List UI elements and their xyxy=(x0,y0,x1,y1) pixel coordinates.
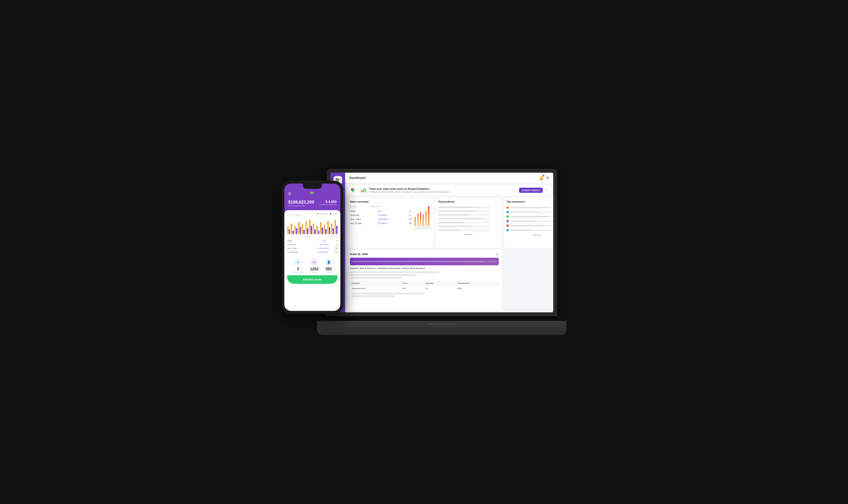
col-total: Total Amount xyxy=(455,281,499,286)
top-products-card: Top products — — — xyxy=(435,197,502,248)
sales-overview-card: Sales overview Amount Order count Today xyxy=(347,197,433,248)
bar-line-2 xyxy=(487,261,497,262)
chart-bars xyxy=(414,208,430,226)
sales-row-30days: Last 30 days $ 0,562.4 61 xyxy=(350,221,412,225)
customer-bar-fill xyxy=(511,211,539,213)
phone-notch xyxy=(303,184,322,189)
order-row-1: Household item 1 $32 24 $768 xyxy=(350,286,499,291)
customer-row: — xyxy=(506,205,553,210)
order-info: Customer: Mars & Venus LLC | Distributor… xyxy=(350,267,499,269)
products-see-more[interactable]: See more xyxy=(438,233,499,236)
phone-sales-30days: Last 30 days $ 60, 562.4 61 xyxy=(287,250,338,254)
order-card: Order ID: #208 🖨 Customer: Mars & Venus … xyxy=(347,250,502,310)
customer-bar xyxy=(511,211,553,213)
phone-bar-order xyxy=(300,227,301,234)
product-bar-bg xyxy=(438,214,490,216)
phone-bar-payment xyxy=(298,222,300,234)
product-row: — xyxy=(438,221,499,224)
phone-bar-payment xyxy=(287,227,289,234)
customer-bar-bg xyxy=(511,225,553,226)
phone-stat-pending: ↻ 3 Pending orders xyxy=(292,258,303,273)
phone-bar-order xyxy=(296,228,297,234)
product-name: Household item 1 xyxy=(350,286,401,291)
product-total: $768 xyxy=(455,286,499,291)
phone-bar-payment xyxy=(291,223,292,234)
sales-table: Amount Order count Today $ 0 0 xyxy=(350,205,412,229)
customer-row: — xyxy=(506,219,553,223)
hamburger-menu[interactable]: ☰ xyxy=(288,192,291,196)
laptop-base xyxy=(317,321,566,335)
phone-bar-payment xyxy=(294,226,296,234)
phone-chart-label: Last 7 days activity xyxy=(287,214,301,216)
svg-point-11 xyxy=(312,192,314,194)
banner-cta-button[interactable]: Araqich Analytics xyxy=(519,187,543,193)
customer-bar-bg xyxy=(511,216,553,217)
col-quantity: Quantity xyxy=(424,281,456,286)
add-new-order-button[interactable]: Add New Order xyxy=(287,275,338,284)
customer-avatar-dot xyxy=(506,224,509,227)
product-bar xyxy=(438,211,490,212)
banner-close-button[interactable]: ✕ xyxy=(546,188,548,192)
chart-bar-group xyxy=(422,215,424,226)
customers-see-more[interactable]: See more xyxy=(506,234,553,236)
phone-chart-bars xyxy=(287,218,338,234)
product-bar xyxy=(438,218,490,219)
banner-text: Track your sales team work on Araqich An… xyxy=(369,187,516,193)
customer-bar xyxy=(511,220,553,222)
product-bar xyxy=(438,206,490,208)
customer-row: — xyxy=(506,215,553,219)
phone-bar-order xyxy=(311,226,312,234)
phone-bar-payment xyxy=(309,220,310,234)
settings-icon[interactable]: ⚙ xyxy=(546,176,549,180)
banner-title: Track your sales team work on Araqich An… xyxy=(369,187,516,190)
sales-row-7days: Last 7 days $ 00,562.4 34 xyxy=(350,217,412,221)
promotion-banner: → Track your sales team work on Araqich … xyxy=(347,185,551,196)
phone-sales-7days: Last 7 days $ 100, 562.4 34 xyxy=(287,246,338,250)
pending-label: Pending orders xyxy=(292,271,303,273)
product-bar-bg xyxy=(438,218,490,219)
customer-bar-fill xyxy=(511,225,544,226)
phone-bar-order xyxy=(303,230,305,234)
header-icons: 🔔 ⚙ xyxy=(539,176,549,180)
phone-bar-group xyxy=(294,226,297,234)
phone-bar-group xyxy=(302,225,305,234)
product-row: — xyxy=(438,209,499,213)
customers-count: 393 xyxy=(325,267,332,271)
legend-orders: Orders xyxy=(330,213,338,215)
chart-bar-group xyxy=(428,206,429,226)
customer-bar xyxy=(511,207,553,208)
chart-bar xyxy=(426,211,427,226)
phone-bar-group xyxy=(331,223,334,234)
phone-stat-products: 🏷 1202 Products xyxy=(310,258,319,273)
phone-bar-payment xyxy=(302,225,303,234)
phone-sales-header: Amount Order count xyxy=(287,236,338,238)
product-row: — xyxy=(438,217,499,221)
customers-list: — — — — xyxy=(506,205,553,233)
phone-bar-payment xyxy=(305,221,307,234)
banner-subtitle: Professional and beautiful reports to an… xyxy=(369,191,516,193)
product-bar xyxy=(438,226,490,227)
phone-bar-order xyxy=(336,226,338,234)
product-row: — xyxy=(438,205,499,209)
phone-credit-stat: $ 4,000 Credits of customers xyxy=(319,200,337,207)
print-icon[interactable]: 🖨 xyxy=(496,252,499,256)
product-value: — xyxy=(492,226,499,227)
phone-app-logo xyxy=(308,191,315,196)
phone-bar-order xyxy=(314,230,316,234)
svg-rect-8 xyxy=(365,188,366,193)
chart-bar xyxy=(428,206,429,226)
notification-icon[interactable]: 🔔 xyxy=(539,176,543,180)
product-bar-fill xyxy=(438,214,469,216)
customer-bar-fill xyxy=(511,220,537,222)
phone-bar-order xyxy=(329,227,330,234)
phone-bar-payment xyxy=(331,223,332,234)
customer-bar-bg xyxy=(511,230,553,231)
product-value: — xyxy=(492,229,499,231)
customer-bar-bg xyxy=(511,220,553,222)
product-bar-fill xyxy=(438,222,464,223)
product-row: — xyxy=(438,213,499,217)
customer-bar-fill xyxy=(511,207,546,208)
products-list: — — — — xyxy=(438,205,499,232)
phone-bar-order xyxy=(322,228,323,234)
pending-orders-icon: ↻ xyxy=(294,258,302,266)
